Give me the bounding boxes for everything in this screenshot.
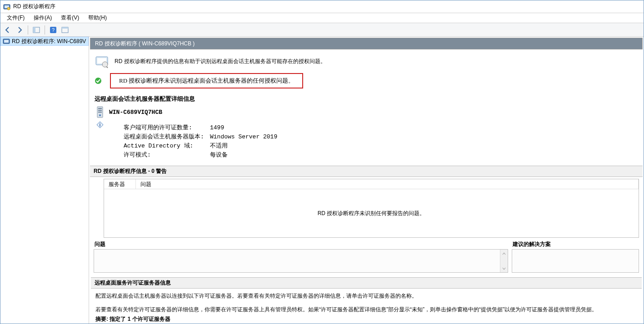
back-button[interactable]: [2, 25, 13, 35]
svg-text:i: i: [100, 123, 101, 128]
list-empty-message: RD 授权诊断程序未识别任何要报告的问题。: [104, 189, 639, 237]
toolbar-separator: [28, 25, 28, 34]
diagnoser-icon: [3, 38, 10, 45]
svg-rect-17: [98, 108, 102, 109]
success-icon: [95, 77, 102, 84]
svg-rect-8: [62, 27, 68, 29]
body-split: RD 授权诊断程序: WIN-C689V RD 授权诊断程序 ( WIN-C68…: [0, 37, 644, 324]
svg-rect-4: [33, 27, 35, 33]
issue-detail-row: 问题 建议的解决方案: [94, 240, 639, 273]
detail-value: 1499: [210, 124, 224, 131]
solution-panel-label: 建议的解决方案: [512, 240, 639, 249]
intro-row: RD 授权诊断程序提供的信息有助于识别远程桌面会话主机服务器可能存在的授权问题。: [90, 49, 643, 71]
menu-file[interactable]: 文件(F): [2, 13, 29, 23]
intro-text: RD 授权诊断程序提供的信息有助于识别远程桌面会话主机服务器可能存在的授权问题。: [115, 58, 326, 65]
menu-help[interactable]: 帮助(H): [84, 13, 111, 23]
detail-label: 许可模式:: [124, 151, 210, 159]
titlebar: RD 授权诊断程序: [0, 0, 644, 13]
arrow-left-icon: [4, 26, 11, 34]
svg-rect-18: [98, 110, 102, 111]
status-row: RD 授权诊断程序未识别远程桌面会话主机服务器的任何授权问题。: [90, 71, 643, 92]
scroll-down-icon: [500, 265, 508, 272]
detail-row-licenses: 客户端可用的许可证数量: 1499: [124, 123, 277, 132]
scroll-up-icon: [500, 250, 508, 257]
svg-text:?: ?: [52, 27, 55, 33]
tree-pane: RD 授权诊断程序: WIN-C689V: [0, 37, 89, 324]
license-line1: 配置远程桌面会话主机服务器以连接到以下许可证服务器。若要查看有关特定许可证服务器…: [95, 291, 637, 301]
license-summary: 摘要: 指定了 1 个许可证服务器: [95, 314, 637, 324]
arrow-right-icon: [16, 26, 23, 34]
refresh-button[interactable]: [60, 25, 70, 35]
issue-panel: [94, 249, 508, 273]
app-window: RD 授权诊断程序 文件(F) 操作(A) 查看(V) 帮助(H) ? RD: [0, 0, 644, 324]
tree-item-rd-diagnoser[interactable]: RD 授权诊断程序: WIN-C689V: [0, 37, 89, 46]
solution-panel: [512, 249, 639, 273]
config-section-title: 远程桌面会话主机服务器配置详细信息: [90, 92, 643, 105]
detail-value: 每设备: [210, 151, 228, 159]
detail-label: Active Directory 域:: [124, 142, 210, 150]
issues-list: 服务器 问题 RD 授权诊断程序未识别任何要报告的问题。: [104, 179, 639, 238]
server-row: WIN-C689VIQ7HCB: [90, 105, 643, 121]
diag-info-title: RD 授权诊断程序信息 - 0 警告: [90, 166, 643, 177]
detail-value: 不适用: [210, 142, 228, 150]
toolbar: ?: [0, 23, 644, 37]
help-button[interactable]: ?: [48, 25, 59, 35]
svg-rect-10: [4, 40, 9, 43]
scrollbar[interactable]: [500, 250, 508, 272]
window-icon: [61, 26, 69, 34]
col-server[interactable]: 服务器: [104, 179, 136, 189]
pane-header-title: RD 授权诊断程序 ( WIN-C689VIQ7HCB ): [95, 40, 195, 48]
detail-label: 客户端可用的许可证数量:: [124, 123, 210, 132]
detail-row-mode: 许可模式: 每设备: [124, 150, 277, 159]
detail-label: 远程桌面会话主机服务器版本:: [124, 133, 210, 141]
main-pane: RD 授权诊断程序 ( WIN-C689VIQ7HCB ) RD 授权诊断程序提…: [89, 37, 644, 324]
app-icon: [3, 3, 10, 10]
svg-rect-19: [98, 112, 102, 113]
menubar: 文件(F) 操作(A) 查看(V) 帮助(H): [0, 13, 644, 23]
detail-value: Windows Server 2019: [210, 133, 277, 140]
help-icon: ?: [50, 26, 57, 34]
svg-point-20: [99, 114, 101, 116]
license-line2: 若要查看有关特定许可证服务器的详细信息，你需要在许可证服务器上具有管理员特权。如…: [95, 305, 637, 315]
status-message: RD 授权诊断程序未识别远程桌面会话主机服务器的任何授权问题。: [110, 73, 303, 88]
issue-panel-label: 问题: [94, 240, 508, 249]
menu-action[interactable]: 操作(A): [29, 13, 56, 23]
diagnoser-large-icon: [95, 54, 109, 69]
col-issue[interactable]: 问题: [136, 179, 639, 189]
toolbar-separator: [45, 25, 45, 34]
server-icon: [95, 106, 105, 118]
list-header: 服务器 问题: [104, 179, 639, 189]
info-icon: i: [96, 121, 104, 128]
license-section-title: 远程桌面服务许可证服务器信息: [91, 277, 642, 289]
svg-point-15: [95, 78, 101, 84]
svg-point-2: [7, 7, 10, 10]
detail-row-version: 远程桌面会话主机服务器版本: Windows Server 2019: [124, 132, 277, 141]
config-details: i 客户端可用的许可证数量: 1499 远程桌面会话主机服务器版本: Windo…: [90, 121, 643, 166]
forward-button[interactable]: [14, 25, 25, 35]
license-section: 远程桌面服务许可证服务器信息 配置远程桌面会话主机服务器以连接到以下许可证服务器…: [91, 277, 642, 324]
tree-item-label: RD 授权诊断程序: WIN-C689V: [12, 38, 86, 45]
titlebar-title: RD 授权诊断程序: [13, 3, 55, 10]
content-scroll: RD 授权诊断程序提供的信息有助于识别远程桌面会话主机服务器可能存在的授权问题。…: [89, 49, 644, 324]
show-hide-tree-button[interactable]: [31, 25, 42, 35]
pane-header: RD 授权诊断程序 ( WIN-C689VIQ7HCB ): [90, 38, 643, 49]
detail-row-ad: Active Directory 域: 不适用: [124, 141, 277, 150]
panel-split-icon: [33, 26, 40, 34]
server-name: WIN-C689VIQ7HCB: [109, 109, 162, 116]
menu-view[interactable]: 查看(V): [56, 13, 84, 23]
